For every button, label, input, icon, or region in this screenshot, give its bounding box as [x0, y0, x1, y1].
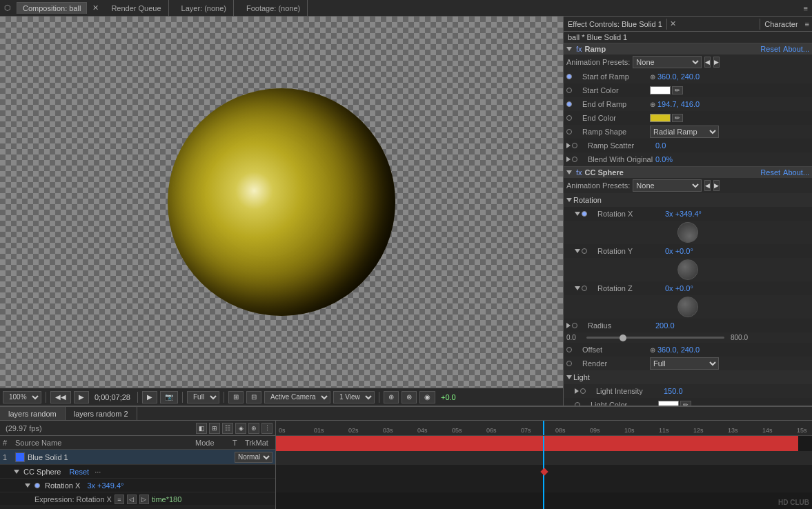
light-color-swatch[interactable] — [658, 401, 679, 406]
expr-btn-2[interactable]: ◁ — [127, 495, 137, 504]
tl-btn-6[interactable]: ⋮ — [261, 423, 273, 434]
light-color-edit-btn[interactable]: ✏ — [680, 401, 691, 406]
cc-sphere-tl-reset[interactable]: Reset — [69, 468, 89, 476]
radius-slider[interactable] — [586, 337, 724, 339]
offset-radio[interactable] — [566, 347, 572, 352]
rotation-x-value[interactable]: 3x +349.4° — [665, 210, 702, 218]
light-intensity-value[interactable]: 150.0 — [664, 387, 683, 395]
view-select[interactable]: 1 View — [333, 391, 375, 403]
start-ramp-value[interactable]: 360.0, 240.0 — [657, 72, 700, 81]
cc-sphere-header[interactable]: fx CC Sphere Reset About... — [564, 167, 812, 178]
ramp-shape-radio[interactable] — [566, 129, 572, 134]
end-color-edit-btn[interactable]: ✏ — [672, 114, 683, 122]
tl-btn-1[interactable]: ◧ — [196, 423, 207, 434]
rotation-y-knob[interactable] — [677, 259, 698, 280]
tl-btn-4[interactable]: ◈ — [235, 423, 246, 434]
cc-anim-right-btn[interactable]: ▶ — [713, 180, 720, 191]
ramp-anim-left-btn[interactable]: ◀ — [704, 57, 711, 68]
render-select[interactable]: Full Outside Sphere — [650, 357, 719, 370]
offset-crosshair[interactable]: ⊕ — [650, 346, 655, 354]
effect-controls-tab[interactable]: Effect Controls: Blue Solid 1 — [564, 19, 667, 30]
light-intensity-radio[interactable] — [580, 388, 586, 394]
light-intensity-expand[interactable] — [575, 388, 579, 394]
radius-expand[interactable] — [566, 323, 571, 328]
rotation-y-value[interactable]: 0x +0.0° — [665, 247, 693, 255]
rotation-y-radio[interactable] — [582, 248, 587, 254]
rotation-z-expand[interactable] — [575, 286, 580, 290]
start-color-radio[interactable] — [566, 88, 572, 93]
layer-1-mode-select[interactable]: Normal — [235, 452, 273, 463]
view-btn2[interactable]: ⊗ — [402, 391, 417, 403]
ramp-anim-presets-select[interactable]: None — [633, 56, 702, 68]
ramp-shape-select[interactable]: Radial Ramp Linear Ramp — [650, 126, 719, 138]
render-radio[interactable] — [566, 361, 572, 366]
grid-btn[interactable]: ⊟ — [246, 391, 261, 403]
expr-btn-3[interactable]: ▷ — [139, 495, 149, 504]
end-ramp-value[interactable]: 194.7, 416.0 — [657, 100, 700, 108]
end-ramp-crosshair[interactable]: ⊕ — [650, 101, 655, 108]
light-header-row[interactable]: Light — [564, 370, 812, 384]
radius-radio[interactable] — [572, 323, 577, 328]
light-color-radio[interactable] — [575, 402, 580, 406]
tl-btn-3[interactable]: ☷ — [222, 423, 233, 434]
ramp-header[interactable]: fx Ramp Reset About... — [564, 43, 812, 54]
rotation-x-knob[interactable] — [675, 219, 701, 246]
blend-expand[interactable] — [566, 157, 571, 162]
layer-1-row[interactable]: 1 Blue Solid 1 Normal — [0, 450, 275, 465]
ramp-scatter-expand[interactable] — [566, 143, 571, 148]
frame-back-btn[interactable]: ◀◀ — [50, 391, 71, 403]
rotation-x-tl-expand[interactable] — [25, 483, 30, 488]
blend-value[interactable]: 0.0% — [655, 155, 673, 163]
radius-value[interactable]: 200.0 — [655, 321, 675, 330]
rotation-y-expand[interactable] — [575, 249, 580, 253]
rotation-x-tl-radio[interactable] — [34, 483, 40, 488]
character-tab[interactable]: Character — [760, 19, 802, 30]
effect-tab-close[interactable]: ✕ — [667, 19, 679, 28]
zoom-select[interactable]: 100% — [3, 391, 41, 403]
expr-btn-1[interactable]: = — [115, 495, 124, 504]
camera-select[interactable]: Active Camera — [264, 391, 330, 403]
ramp-reset-btn[interactable]: Reset — [760, 45, 780, 53]
rotation-z-value[interactable]: 0x +0.0° — [665, 284, 693, 292]
cc-sphere-about-btn[interactable]: About... — [783, 168, 809, 177]
start-ramp-crosshair[interactable]: ⊕ — [650, 73, 655, 81]
tab-layers-random[interactable]: layers random — [0, 407, 66, 420]
light-label: Light — [573, 373, 590, 381]
rotation-x-expand[interactable] — [575, 212, 580, 216]
rotation-z-knob[interactable] — [677, 297, 698, 317]
blend-radio[interactable] — [572, 157, 577, 162]
rotation-header-row[interactable]: Rotation — [564, 193, 812, 207]
ramp-scatter-value[interactable]: 0.0 — [655, 141, 666, 150]
ramp-scatter-radio[interactable] — [572, 143, 577, 148]
ramp-about-btn[interactable]: About... — [783, 45, 809, 53]
view-btn1[interactable]: ⊕ — [384, 391, 399, 403]
end-ramp-radio[interactable] — [566, 101, 572, 107]
panel-menu-right[interactable]: ≡ — [802, 20, 812, 28]
cc-sphere-tl-expand[interactable] — [14, 470, 19, 474]
tl-btn-5[interactable]: ⊛ — [248, 423, 259, 434]
ramp-anim-right-btn[interactable]: ▶ — [713, 57, 720, 68]
end-color-swatch[interactable] — [650, 114, 671, 122]
composition-tab[interactable]: Composition: ball — [17, 2, 87, 14]
cc-sphere-anim-select[interactable]: None — [633, 179, 702, 192]
rotation-z-radio[interactable] — [582, 286, 587, 291]
offset-value[interactable]: 360.0, 240.0 — [657, 346, 700, 354]
start-color-edit-btn[interactable]: ✏ — [672, 86, 683, 94]
tab-layers-random-2[interactable]: layers random 2 — [66, 407, 137, 420]
toggle-btn[interactable]: ⊞ — [228, 391, 244, 403]
quality-select[interactable]: Full — [187, 391, 219, 403]
snapshot-btn[interactable]: 📷 — [160, 391, 178, 403]
panel-menu-icon[interactable]: ≡ — [804, 4, 808, 12]
start-ramp-radio[interactable] — [566, 74, 572, 79]
tab-close-comp[interactable]: ✕ — [92, 3, 99, 12]
end-color-radio[interactable] — [566, 115, 572, 121]
cc-sphere-reset-btn[interactable]: Reset — [760, 168, 780, 177]
view-btn3[interactable]: ◉ — [419, 391, 435, 403]
frame-fwd-btn[interactable]: ▶ — [74, 391, 89, 403]
cc-anim-left-btn[interactable]: ◀ — [704, 180, 711, 191]
tl-btn-2[interactable]: ⊞ — [209, 423, 220, 434]
rotation-x-radio[interactable] — [582, 211, 587, 217]
start-color-swatch[interactable] — [650, 86, 671, 94]
render-queue-section[interactable]: Render Queue — [104, 0, 168, 16]
ram-preview-btn[interactable]: ▶ — [142, 391, 157, 403]
